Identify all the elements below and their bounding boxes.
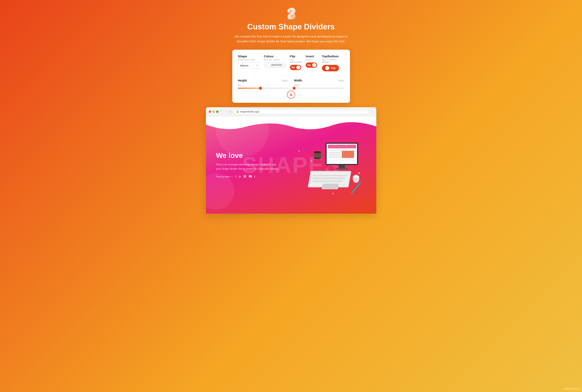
page-left-content: We love This is an example web page desi… bbox=[216, 152, 281, 178]
shape-sublabel: Select your style bbox=[238, 58, 260, 61]
browser-actions: ⋮ bbox=[370, 110, 374, 114]
browser-bar: ← → ↻ 🔒 shapedivider.app ⋮ bbox=[206, 107, 376, 116]
width-group: Width 300% 100% bbox=[294, 79, 344, 88]
colour-swatch bbox=[266, 64, 270, 67]
social-facebook[interactable]: f bbox=[235, 175, 236, 178]
svg-rect-15 bbox=[336, 168, 348, 169]
nav-forward[interactable]: → bbox=[225, 110, 228, 113]
invert-sublabel: Invert bbox=[306, 58, 318, 61]
colour-input[interactable] bbox=[271, 64, 285, 67]
hero-subtitle: We created this free tool to make it eas… bbox=[234, 34, 348, 44]
colour-sublabel: Pick any colour bbox=[264, 58, 286, 61]
invert-toggle[interactable]: No bbox=[306, 62, 317, 68]
flip-sublabel: Flip Horizontally bbox=[290, 58, 302, 63]
width-slider-thumb[interactable] bbox=[293, 87, 296, 90]
colour-picker[interactable] bbox=[264, 62, 286, 68]
dot-yellow[interactable] bbox=[212, 110, 215, 113]
svg-point-23 bbox=[360, 182, 361, 184]
svg-rect-8 bbox=[329, 150, 341, 152]
svg-line-22 bbox=[348, 183, 360, 193]
height-max: 500px bbox=[281, 80, 288, 82]
circle-decoration-2 bbox=[216, 116, 269, 157]
topbottom-group: Top/bottom Top or bottom divider? Top bbox=[322, 54, 344, 71]
colour-group: Colour Pick any colour bbox=[264, 54, 290, 68]
height-group: Height 500px 0px bbox=[238, 79, 288, 88]
width-max: 300% bbox=[338, 80, 344, 82]
topbottom-toggle[interactable]: Top bbox=[322, 65, 339, 71]
svg-point-28 bbox=[345, 144, 347, 145]
svg-rect-14 bbox=[339, 165, 345, 168]
width-slider-track[interactable] bbox=[294, 88, 344, 88]
dot-deco-1 bbox=[299, 150, 300, 152]
download-button[interactable] bbox=[287, 90, 295, 99]
controls-panel: Shape Select your style Waves Triangle Z… bbox=[232, 50, 350, 103]
browser-mockup: ← → ↻ 🔒 shapedivider.app ⋮ bbox=[206, 107, 376, 214]
height-slider-thumb[interactable] bbox=[259, 87, 262, 90]
hero-section: Custom Shape Dividers We created this fr… bbox=[0, 0, 582, 214]
we-love-description: This is an example web page design secti… bbox=[216, 162, 281, 171]
shape-select[interactable]: Waves Triangle Zigzag Tilt Arrow Curve bbox=[238, 62, 260, 69]
browser-settings-icon[interactable]: ⋮ bbox=[370, 110, 374, 114]
social-row: Find us Here — f in t bbox=[216, 175, 281, 178]
svg-point-33 bbox=[353, 176, 359, 178]
height-min: 0px bbox=[238, 84, 242, 86]
topbottom-state-label: Top bbox=[331, 66, 336, 70]
logo-icon bbox=[284, 6, 298, 20]
height-header: Height 500px bbox=[238, 79, 288, 82]
download-icon bbox=[289, 93, 293, 96]
flip-toggle[interactable]: No bbox=[290, 65, 301, 70]
social-linkedin[interactable]: in bbox=[239, 175, 241, 178]
page-title: Custom Shape Dividers bbox=[247, 22, 335, 31]
topbottom-sublabel: Top or bottom divider? bbox=[322, 58, 344, 63]
social-twitter[interactable]: t bbox=[254, 175, 255, 178]
find-us-text: Find us Here — bbox=[216, 175, 233, 178]
dot-green[interactable] bbox=[216, 110, 218, 113]
browser-dots bbox=[209, 110, 218, 113]
page-section: SHAPES We love This is an example web pa… bbox=[206, 116, 376, 214]
svg-rect-13 bbox=[342, 151, 354, 158]
svg-rect-7 bbox=[328, 145, 356, 148]
we-love-heading: We love bbox=[216, 152, 281, 160]
isometric-illustration bbox=[305, 136, 366, 193]
invert-label: Invert bbox=[306, 54, 318, 58]
url-text: shapedivider.app bbox=[240, 110, 259, 113]
height-title: Height bbox=[238, 79, 247, 82]
nav-refresh[interactable]: ↻ bbox=[229, 110, 232, 113]
invert-toggle-no-label: No bbox=[307, 64, 311, 66]
svg-rect-19 bbox=[312, 178, 345, 179]
attribution: @摄金技术社区 bbox=[564, 387, 579, 390]
svg-point-26 bbox=[314, 157, 321, 159]
svg-point-2 bbox=[245, 176, 246, 176]
download-area bbox=[238, 90, 344, 99]
shape-label: Shape bbox=[238, 54, 260, 58]
svg-point-1 bbox=[244, 176, 245, 177]
nav-back[interactable]: ← bbox=[220, 110, 223, 113]
social-youtube[interactable] bbox=[249, 175, 252, 178]
circle-decoration-1 bbox=[206, 173, 234, 210]
width-header: Width 300% bbox=[294, 79, 344, 82]
width-min: 100% bbox=[294, 84, 300, 86]
height-slider-fill bbox=[238, 88, 260, 88]
svg-rect-21 bbox=[322, 184, 339, 189]
height-slider-track[interactable] bbox=[238, 88, 288, 88]
browser-url-bar[interactable]: 🔒 shapedivider.app bbox=[234, 109, 368, 114]
shape-group: Shape Select your style Waves Triangle Z… bbox=[238, 54, 264, 69]
flip-toggle-knob bbox=[296, 66, 301, 70]
flip-toggle-no-label: No bbox=[292, 66, 295, 69]
social-instagram[interactable] bbox=[243, 175, 246, 178]
controls-row-1: Shape Select your style Waves Triangle Z… bbox=[238, 54, 344, 71]
width-title: Width bbox=[294, 79, 302, 82]
svg-rect-20 bbox=[312, 180, 342, 182]
browser-nav: ← → ↻ bbox=[220, 110, 232, 113]
svg-point-30 bbox=[358, 172, 360, 174]
invert-toggle-knob bbox=[312, 63, 316, 67]
sliders-row: Height 500px 0px Width 300% 100% bbox=[238, 79, 344, 88]
topbottom-label-text: Top/bottom bbox=[322, 54, 344, 58]
invert-group: Invert Invert No bbox=[306, 54, 322, 68]
flip-group: Flip Flip Horizontally No bbox=[290, 54, 306, 70]
dot-red[interactable] bbox=[209, 110, 211, 113]
svg-point-29 bbox=[311, 160, 312, 162]
colour-label: Colour bbox=[264, 54, 286, 58]
svg-point-27 bbox=[314, 151, 321, 153]
flip-label: Flip bbox=[290, 54, 302, 58]
